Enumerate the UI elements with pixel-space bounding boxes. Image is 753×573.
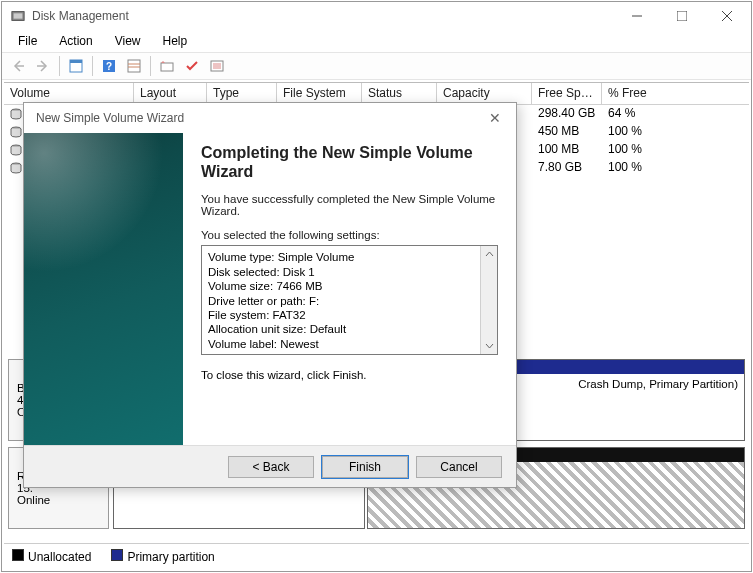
disk-label-line: Online [17,494,100,506]
wizard-title: New Simple Volume Wizard [36,111,184,125]
volume-icon [10,144,22,156]
toolbar-separator [150,56,151,76]
setting-line: Volume size: 7466 MB [208,279,474,293]
setting-line: Allocation unit size: Default [208,322,474,336]
app-icon [10,8,26,24]
wizard-close-hint: To close this wizard, click Finish. [201,369,498,381]
cell-free: 298.40 GB [532,105,602,123]
svg-text:?: ? [106,61,112,72]
wizard-settings-box: Volume type: Simple Volume Disk selected… [201,245,498,355]
cell-pct: 100 % [602,159,749,177]
window-controls [614,2,749,30]
legend-unallocated: Unallocated [12,549,91,564]
svg-rect-15 [161,63,173,71]
col-layout[interactable]: Layout [134,83,207,104]
cell-free: 7.80 GB [532,159,602,177]
legend: Unallocated Primary partition [4,543,749,569]
legend-label: Primary partition [127,550,214,564]
list-button[interactable] [205,55,229,77]
wizard-button-bar: < Back Finish Cancel [24,445,516,487]
cell-pct: 100 % [602,141,749,159]
setting-line: Volume label: Newest [208,337,474,351]
minimize-button[interactable] [614,2,659,30]
check-button[interactable] [180,55,204,77]
maximize-button[interactable] [659,2,704,30]
col-type[interactable]: Type [207,83,277,104]
wizard-paragraph: You have successfully completed the New … [201,193,498,217]
window-title: Disk Management [32,9,614,23]
close-icon[interactable]: ✕ [480,110,510,126]
wizard-title-bar: New Simple Volume Wizard ✕ [24,103,516,133]
col-freespace[interactable]: Free Spa... [532,83,602,104]
cell-pct: 64 % [602,105,749,123]
wizard-settings-label: You selected the following settings: [201,229,498,241]
col-volume[interactable]: Volume [4,83,134,104]
volume-icon [10,126,22,138]
wizard-dialog: New Simple Volume Wizard ✕ Completing th… [23,102,517,488]
volume-icon [10,108,22,120]
col-filesystem[interactable]: File System [277,83,362,104]
menu-view[interactable]: View [105,32,151,50]
scroll-down-icon[interactable] [481,337,497,354]
view-button[interactable] [122,55,146,77]
menu-help[interactable]: Help [153,32,198,50]
properties-button[interactable] [64,55,88,77]
svg-rect-3 [677,11,687,21]
wizard-settings: You selected the following settings: Vol… [201,229,498,355]
menu-action[interactable]: Action [49,32,102,50]
svg-rect-12 [128,60,140,72]
toolbar-separator [59,56,60,76]
wizard-settings-list[interactable]: Volume type: Simple Volume Disk selected… [202,246,480,354]
setting-line: Quick format: Yes [208,351,474,354]
setting-line: Disk selected: Disk 1 [208,265,474,279]
setting-line: File system: FAT32 [208,308,474,322]
tool-bar: ? [2,52,751,80]
close-button[interactable] [704,2,749,30]
setting-line: Volume type: Simple Volume [208,250,474,264]
svg-rect-1 [14,13,23,18]
wizard-body: Completing the New Simple Volume Wizard … [24,133,516,445]
scrollbar[interactable] [480,246,497,354]
scroll-up-icon[interactable] [481,246,497,263]
legend-primary: Primary partition [111,549,214,564]
menu-bar: File Action View Help [2,30,751,52]
help-button[interactable]: ? [97,55,121,77]
title-bar: Disk Management [2,2,751,30]
cell-free: 100 MB [532,141,602,159]
toolbar-separator [92,56,93,76]
back-button[interactable] [6,55,30,77]
legend-label: Unallocated [28,550,91,564]
back-button[interactable]: < Back [228,456,314,478]
col-status[interactable]: Status [362,83,437,104]
scroll-track[interactable] [481,263,497,337]
col-capacity[interactable]: Capacity [437,83,532,104]
cancel-button[interactable]: Cancel [416,456,502,478]
svg-rect-9 [70,60,82,63]
volume-icon [10,162,22,174]
action-button[interactable] [155,55,179,77]
cell-free: 450 MB [532,123,602,141]
wizard-banner [24,133,183,445]
finish-button[interactable]: Finish [322,456,408,478]
wizard-content: Completing the New Simple Volume Wizard … [183,133,516,445]
wizard-heading: Completing the New Simple Volume Wizard [201,143,498,181]
menu-file[interactable]: File [8,32,47,50]
setting-line: Drive letter or path: F: [208,294,474,308]
forward-button[interactable] [31,55,55,77]
cell-pct: 100 % [602,123,749,141]
col-pctfree[interactable]: % Free [602,83,749,104]
